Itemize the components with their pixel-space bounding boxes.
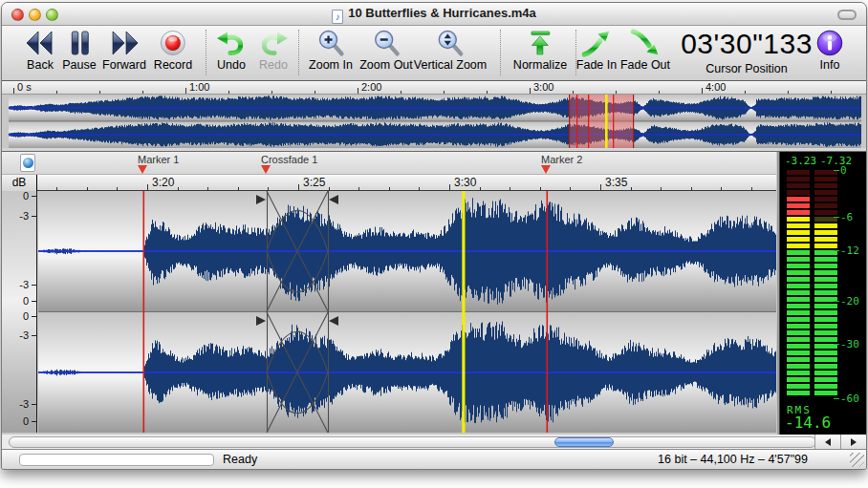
toolbar-separator bbox=[206, 30, 206, 75]
overview-waveform[interactable] bbox=[9, 95, 861, 148]
zoom-out-button[interactable]: Zoom Out bbox=[359, 29, 413, 72]
marker-triangle-icon[interactable] bbox=[261, 165, 271, 174]
ruler-label: 4:00 bbox=[705, 81, 726, 93]
main-timeline[interactable]: 3:203:253:303:35 bbox=[38, 175, 776, 191]
scrollbar-track[interactable] bbox=[9, 436, 816, 448]
ruler-tick bbox=[831, 91, 832, 94]
ruler-tick bbox=[13, 88, 14, 94]
meter-segment bbox=[787, 177, 810, 181]
db-scale-tick bbox=[32, 196, 37, 197]
pause-button[interactable]: Pause bbox=[62, 29, 96, 72]
ruler-tick bbox=[298, 184, 299, 191]
record-label: Record bbox=[154, 58, 192, 72]
db-scale-tick bbox=[32, 216, 37, 217]
scroll-right-button[interactable] bbox=[840, 435, 866, 450]
ruler-label: 3:30 bbox=[454, 176, 476, 189]
meter-segment bbox=[814, 330, 837, 335]
db-scale-label: 0 bbox=[4, 310, 29, 322]
db-scale-label: -3 bbox=[4, 398, 29, 410]
main-timeline-row: dB 3:203:253:303:35 bbox=[2, 175, 776, 191]
zoom-in-label: Zoom In bbox=[309, 58, 353, 72]
meter-segment bbox=[787, 170, 810, 175]
meter-scale-label: -60 bbox=[840, 393, 859, 405]
meter-segment bbox=[814, 317, 837, 322]
crossfade-1-label: Crossfade 1 bbox=[261, 154, 317, 165]
window-title-wrap: ♪10 Butterflies & Hurricanes.m4a bbox=[2, 6, 866, 24]
scroll-left-button[interactable] bbox=[814, 435, 840, 450]
music-document-icon[interactable]: ♪ bbox=[332, 10, 343, 24]
meter-segment bbox=[787, 384, 810, 389]
marker-triangle-icon[interactable] bbox=[138, 165, 147, 174]
rms-value: -14.6 bbox=[785, 414, 831, 432]
marker-2-label: Marker 2 bbox=[541, 154, 582, 165]
meter-segment bbox=[787, 257, 810, 262]
meter-segment bbox=[787, 197, 810, 202]
overview-timeline[interactable]: 0 s1:002:003:004:00 bbox=[2, 81, 866, 95]
db-scale-label: 0 bbox=[4, 415, 29, 427]
progress-indicator bbox=[19, 454, 214, 466]
pause-label: Pause bbox=[62, 58, 96, 72]
ruler-tick bbox=[147, 184, 148, 191]
undo-button[interactable]: Undo bbox=[215, 29, 248, 72]
meter-segment bbox=[787, 237, 810, 242]
db-scale-tick bbox=[32, 421, 37, 422]
zoom-in-icon bbox=[315, 29, 347, 57]
meter-segment bbox=[787, 277, 810, 282]
meter-segment bbox=[787, 230, 810, 235]
db-scale-tick bbox=[32, 301, 37, 302]
meter-segment bbox=[814, 290, 837, 295]
ruler-tick bbox=[56, 91, 57, 94]
fade-in-button[interactable]: Fade In bbox=[576, 29, 617, 72]
ruler-label: 2:00 bbox=[361, 81, 381, 93]
zoom-out-label: Zoom Out bbox=[359, 58, 413, 72]
resize-grip[interactable] bbox=[850, 453, 864, 467]
meter-scale-label: -30 bbox=[840, 338, 859, 350]
ruler-tick bbox=[358, 88, 358, 94]
titlebar[interactable]: ♪10 Butterflies & Hurricanes.m4a bbox=[2, 3, 866, 26]
back-button[interactable]: Back bbox=[24, 29, 56, 72]
fade-out-icon bbox=[629, 29, 662, 57]
info-label: Info bbox=[814, 58, 846, 72]
db-scale-label: 0 bbox=[4, 295, 29, 307]
zoom-in-button[interactable]: Zoom In bbox=[309, 29, 353, 72]
ruler-label: 3:35 bbox=[605, 176, 627, 189]
scrollbar-thumb[interactable] bbox=[554, 437, 614, 447]
redo-button[interactable]: Redo bbox=[257, 29, 290, 72]
ruler-tick bbox=[745, 91, 746, 94]
meter-segment bbox=[814, 203, 837, 208]
ruler-label: 0 s bbox=[17, 81, 32, 93]
format-info: 16 bit – 44,100 Hz – 4'57"99 bbox=[658, 453, 808, 466]
ruler-tick bbox=[228, 91, 229, 94]
meter-segment bbox=[787, 244, 810, 248]
vertical-zoom-button[interactable]: Vertical Zoom bbox=[414, 29, 487, 72]
status-bar: Ready 16 bit – 44,100 Hz – 4'57"99 bbox=[2, 449, 866, 469]
ruler-tick bbox=[616, 91, 617, 94]
window-title: 10 Butterflies & Hurricanes.m4a bbox=[348, 6, 536, 20]
cursor-position-value: 03'30"133 bbox=[681, 27, 813, 61]
fade-out-button[interactable]: Fade Out bbox=[620, 29, 670, 72]
meter-segment bbox=[814, 337, 837, 342]
db-scale-label: -3 bbox=[4, 279, 29, 290]
record-button[interactable]: Record bbox=[154, 29, 192, 72]
db-scale-tick bbox=[32, 404, 37, 405]
meter-scale-label: 0 bbox=[840, 164, 847, 177]
left-arrow-icon bbox=[825, 438, 831, 446]
toolbar-toggle-button[interactable] bbox=[837, 10, 857, 20]
ruler-tick bbox=[573, 91, 574, 94]
fade-in-label: Fade In bbox=[576, 58, 617, 72]
forward-label: Forward bbox=[102, 58, 146, 72]
meter-scale-label: -20 bbox=[840, 295, 859, 308]
meter-scale-tick bbox=[834, 301, 839, 302]
document-proxy-icon[interactable] bbox=[20, 154, 35, 172]
meter-segment bbox=[814, 264, 837, 268]
undo-label: Undo bbox=[215, 58, 248, 72]
main-waveform-editor[interactable] bbox=[38, 191, 776, 433]
meter-segment bbox=[787, 250, 810, 255]
normalize-button[interactable]: Normalize bbox=[513, 29, 567, 72]
meter-segment bbox=[787, 350, 810, 355]
forward-button[interactable]: Forward bbox=[102, 29, 146, 72]
ruler-tick bbox=[185, 88, 186, 94]
marker-triangle-icon[interactable] bbox=[541, 165, 551, 174]
pause-icon bbox=[63, 29, 96, 57]
info-button[interactable]: Info bbox=[814, 29, 846, 72]
